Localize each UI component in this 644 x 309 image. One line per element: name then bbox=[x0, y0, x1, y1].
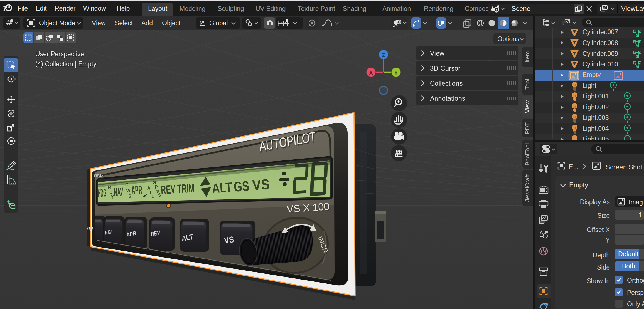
svg-text:Y: Y bbox=[111, 195, 114, 199]
svg-text:VS: VS bbox=[252, 176, 270, 193]
svg-text:I: I bbox=[150, 190, 151, 195]
svg-text:G: G bbox=[153, 180, 156, 185]
svg-text:F: F bbox=[145, 181, 148, 186]
svg-text:S: S bbox=[158, 193, 161, 197]
svg-text:APR: APR bbox=[131, 183, 142, 197]
svg-text:VS: VS bbox=[223, 234, 235, 246]
svg-text:NAV: NAV bbox=[114, 185, 123, 198]
svg-text:ALT: ALT bbox=[212, 180, 233, 196]
svg-text:X: X bbox=[369, 70, 373, 76]
svg-text:D: D bbox=[109, 190, 113, 195]
svg-text:NAV: NAV bbox=[105, 229, 112, 236]
svg-text:L: L bbox=[151, 194, 154, 199]
svg-text:REV TRIM: REV TRIM bbox=[161, 181, 195, 197]
svg-text:Y: Y bbox=[394, 70, 398, 76]
svg-text:W: W bbox=[126, 188, 131, 193]
svg-text:GS: GS bbox=[233, 178, 250, 195]
svg-text:HDG: HDG bbox=[97, 186, 107, 199]
svg-text:C: C bbox=[125, 182, 129, 187]
svg-text:S: S bbox=[128, 194, 131, 199]
svg-text:R: R bbox=[108, 185, 111, 190]
svg-text:Z: Z bbox=[382, 52, 385, 58]
svg-text:HDG: HDG bbox=[87, 226, 94, 232]
svg-text:A: A bbox=[147, 186, 151, 191]
svg-text:REV: REV bbox=[150, 229, 161, 238]
